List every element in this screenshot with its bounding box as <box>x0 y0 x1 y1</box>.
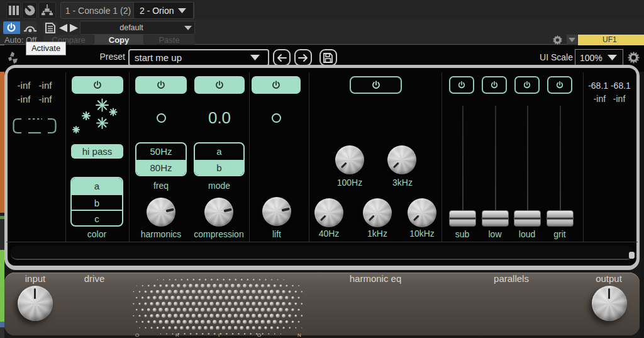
svg-text:R: R <box>175 332 179 338</box>
svg-text:N: N <box>297 332 301 338</box>
svg-text:O: O <box>257 332 261 338</box>
svg-text:O: O <box>135 332 139 338</box>
svg-text:I: I <box>218 332 219 338</box>
